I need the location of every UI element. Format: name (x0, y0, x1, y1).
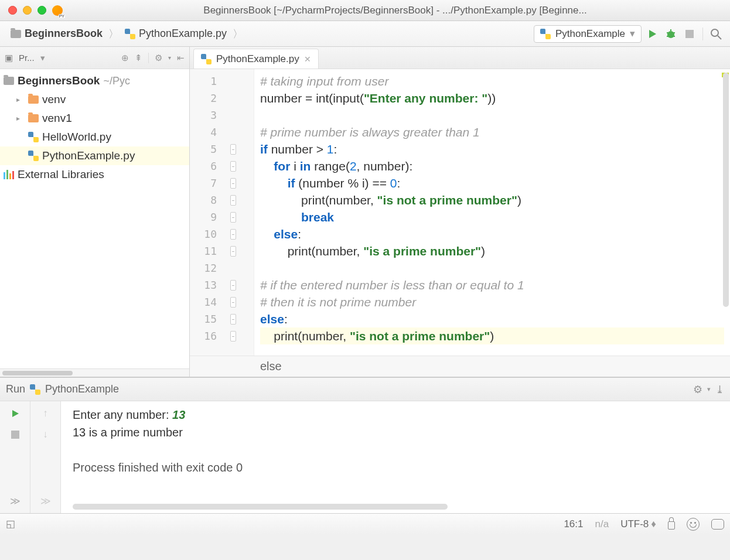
folder-icon (11, 30, 21, 38)
fold-icon[interactable] (230, 212, 236, 223)
chevron-down-icon: ▾ (630, 28, 635, 40)
console-user-input: 13 (172, 408, 185, 421)
line-number: 14 (195, 296, 217, 308)
chevron-right-icon: 〉 (231, 27, 244, 41)
file-encoding[interactable]: UTF-8♦ (620, 518, 656, 530)
tree-item[interactable]: ▸venv1 (0, 109, 189, 128)
chevron-down-icon: ▾ (168, 54, 171, 61)
code-line[interactable]: for i in range(2, number): (260, 158, 724, 175)
code-line[interactable]: number = int(input("Enter any number: ")… (260, 90, 724, 107)
tree-root[interactable]: BeginnersBook ~/Pyc (0, 71, 189, 90)
up-button[interactable]: ↑ (39, 407, 52, 420)
fold-icon[interactable] (230, 331, 236, 342)
main-toolbar: BeginnersBook 〉 PythonExample.py 〉 Pytho… (0, 21, 730, 47)
console-output[interactable]: Enter any number: 13 13 is a prime numbe… (61, 401, 730, 513)
python-file-icon (201, 54, 212, 64)
collapse-icon[interactable]: ⇞ (135, 53, 142, 63)
code-line[interactable]: print(number, "is a prime number") (260, 243, 724, 259)
run-controls-left: ≫ (0, 401, 30, 513)
line-number: 12 (195, 262, 217, 274)
gear-icon[interactable]: ⚙ (155, 53, 162, 63)
line-number: 1 (195, 75, 217, 87)
fold-icon[interactable] (230, 246, 236, 257)
maximize-window-button[interactable] (37, 6, 46, 15)
line-number: 5 (195, 143, 217, 155)
console-scrollbar[interactable] (73, 504, 448, 510)
line-number: 15 (195, 313, 217, 325)
readonly-lock-icon[interactable] (668, 519, 675, 530)
external-libraries[interactable]: External Libraries (0, 165, 189, 184)
target-icon[interactable]: ⊕ (121, 53, 129, 63)
code-line[interactable]: else: (260, 226, 724, 243)
fold-icon[interactable] (230, 161, 236, 172)
search-button[interactable] (708, 26, 724, 42)
line-number: 2 (195, 92, 217, 104)
code-line[interactable] (260, 107, 724, 124)
line-number: 7 (195, 177, 217, 189)
tree-item[interactable]: PythonExample.py (0, 146, 189, 165)
tree-item-label: venv (42, 93, 66, 106)
tree-item-label: HelloWorld.py (42, 131, 111, 144)
library-icon (4, 170, 14, 179)
cursor-position[interactable]: 16:1 (564, 518, 583, 530)
sidebar-scrollbar[interactable] (0, 368, 189, 377)
tool-windows-icon[interactable]: ◱ (6, 518, 15, 530)
run-button[interactable] (644, 26, 660, 42)
code-line[interactable]: # prime number is always greater than 1 (260, 124, 724, 141)
code-line[interactable] (260, 259, 724, 276)
inspection-icon[interactable] (687, 518, 700, 531)
expand-icon[interactable]: ▸ (16, 95, 25, 104)
fold-icon[interactable] (230, 144, 236, 155)
run-tab-label[interactable]: Run (6, 383, 25, 395)
project-pane-title[interactable]: Pr... (19, 53, 35, 63)
tree-item[interactable]: ▸venv (0, 90, 189, 109)
code-line[interactable]: if number > 1: (260, 141, 724, 158)
line-number: 16 (195, 330, 217, 342)
download-icon[interactable]: ⤓ (715, 383, 724, 396)
code-line[interactable]: if (number % i) == 0: (260, 175, 724, 192)
python-file-icon (125, 29, 135, 39)
code-editor[interactable]: 12345678910111213141516 # taking input f… (190, 69, 730, 356)
debug-button[interactable] (663, 26, 679, 42)
code-line[interactable]: print(number, "is not a prime number") (260, 192, 724, 209)
chevron-down-icon: ▾ (707, 385, 711, 393)
editor-tabs: PythonExample.py ✕ (190, 47, 730, 69)
fold-icon[interactable] (230, 195, 236, 206)
code-line[interactable]: print(number, "is not a prime number") (260, 327, 724, 344)
line-separator[interactable]: n/a (595, 518, 609, 530)
stop-run-button[interactable] (9, 428, 22, 441)
code-line[interactable]: break (260, 209, 724, 226)
breadcrumb-project[interactable]: BeginnersBook (6, 26, 107, 41)
run-config-selector[interactable]: PythonExample ▾ (534, 25, 642, 43)
fold-icon[interactable] (230, 314, 236, 325)
close-window-button[interactable] (8, 6, 17, 15)
code-line[interactable]: # if the entered number is less than or … (260, 276, 724, 293)
minimize-window-button[interactable] (23, 6, 32, 15)
fold-icon[interactable] (230, 178, 236, 189)
more-button[interactable]: ≫ (9, 494, 22, 507)
line-number: 13 (195, 279, 217, 291)
notifications-icon[interactable] (711, 519, 724, 530)
hide-icon[interactable]: ⇤ (177, 53, 185, 63)
code-line[interactable]: # then it is not prime number (260, 293, 724, 310)
expand-icon[interactable]: ▸ (16, 114, 25, 122)
editor-scrollbar[interactable] (723, 73, 729, 307)
fold-icon[interactable] (230, 297, 236, 308)
more-button[interactable]: ≫ (39, 494, 52, 507)
rerun-button[interactable] (9, 407, 22, 420)
breadcrumb-file[interactable]: PythonExample.py (120, 26, 231, 41)
gear-icon[interactable]: ⚙ (693, 383, 702, 396)
line-number: 9 (195, 211, 217, 223)
fold-icon[interactable] (230, 280, 236, 291)
close-tab-icon[interactable]: ✕ (304, 54, 311, 64)
console-output-line: 13 is a prime number (73, 424, 718, 441)
svg-point-0 (667, 31, 674, 38)
fold-icon[interactable] (230, 229, 236, 240)
tree-item-label: venv1 (42, 112, 72, 125)
code-line[interactable]: else: (260, 310, 724, 327)
editor-tab[interactable]: PythonExample.py ✕ (193, 49, 319, 69)
tree-item[interactable]: HelloWorld.py (0, 128, 189, 146)
down-button[interactable]: ↓ (39, 428, 52, 441)
code-line[interactable]: # taking input from user (260, 73, 724, 90)
stop-button[interactable] (681, 26, 698, 42)
